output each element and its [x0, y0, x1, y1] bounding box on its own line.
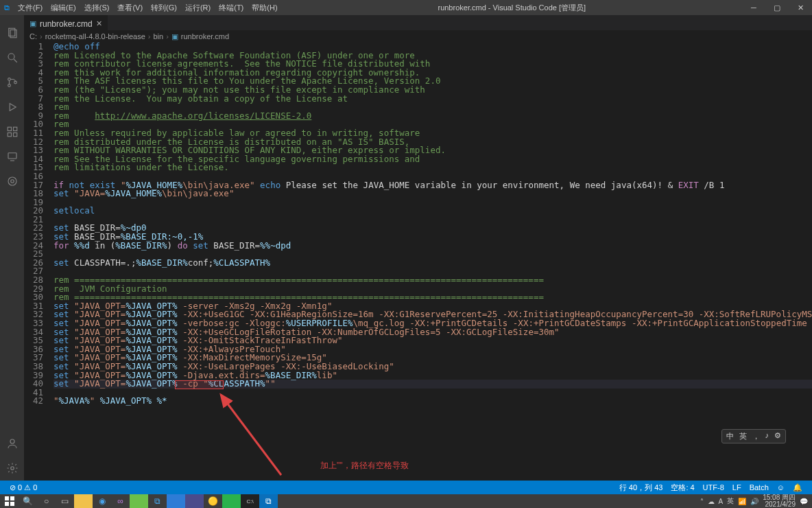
vscode-app-icon[interactable]: ⧉	[148, 494, 167, 508]
app-icon[interactable]	[185, 494, 204, 508]
svg-line-19	[221, 395, 281, 475]
svg-rect-8	[8, 127, 11, 130]
breadcrumb[interactable]: C:› rocketmq-all-4.8.0-bin-release› bin›…	[24, 30, 812, 43]
ime-item[interactable]: ♪	[765, 431, 769, 441]
breadcrumb-item[interactable]: runbroker.cmd	[181, 32, 229, 41]
tray-ime-icon[interactable]: A	[719, 498, 724, 505]
tray-network-icon[interactable]: 📶	[738, 498, 746, 505]
window-maximize-icon[interactable]: ▢	[765, 3, 789, 12]
wechat-app-icon[interactable]	[222, 494, 241, 508]
menu-terminal[interactable]: 终端(T)	[215, 3, 248, 13]
settings-gear-icon[interactable]	[0, 456, 24, 481]
svg-line-3	[14, 59, 17, 62]
svg-rect-12	[8, 153, 16, 159]
svg-rect-21	[10, 496, 14, 500]
tray-onedrive-icon[interactable]: ☁	[708, 498, 715, 505]
explorer-app-icon[interactable]	[74, 494, 93, 508]
batch-file-icon: ▣	[171, 32, 178, 41]
edge-app-icon[interactable]: ◉	[93, 494, 111, 508]
svg-point-5	[8, 84, 10, 87]
line-number-gutter: 1234567891011121314151617181920212223242…	[24, 43, 50, 481]
terminal-app-icon[interactable]: C:\	[241, 494, 259, 508]
status-language[interactable]: Batch	[745, 483, 773, 493]
menu-go[interactable]: 转到(G)	[147, 3, 181, 13]
svg-point-17	[10, 467, 14, 470]
taskbar-clock-date[interactable]: 2021/4/29	[763, 501, 796, 508]
extensions-icon[interactable]	[0, 119, 24, 144]
account-icon[interactable]	[0, 431, 24, 456]
tray-notifications-icon[interactable]: 💬	[800, 498, 808, 505]
menu-file[interactable]: 文件(F)	[14, 3, 47, 13]
breadcrumb-item[interactable]: rocketmq-all-4.8.0-bin-release	[45, 32, 145, 41]
menu-run[interactable]: 运行(R)	[181, 3, 215, 13]
svg-rect-9	[13, 127, 16, 130]
svg-rect-10	[8, 133, 11, 137]
run-debug-icon[interactable]	[0, 95, 24, 119]
ime-settings-icon[interactable]: ⚙	[774, 431, 781, 441]
source-control-icon[interactable]	[0, 70, 24, 95]
window-minimize-icon[interactable]: ─	[742, 3, 765, 12]
menu-bar: 文件(F) 编辑(E) 选择(S) 查看(V) 转到(G) 运行(R) 终端(T…	[14, 3, 282, 13]
ime-item[interactable]: 英	[739, 431, 747, 441]
visualstudio-app-icon[interactable]: ∞	[111, 494, 130, 508]
tab-runbroker[interactable]: ▣ runbroker.cmd ✕	[24, 15, 108, 30]
window-close-icon[interactable]: ✕	[789, 3, 812, 12]
vscode-app-icon-active[interactable]: ⧉	[259, 494, 278, 508]
tab-label: runbroker.cmd	[40, 19, 93, 29]
svg-point-14	[8, 177, 16, 185]
close-tab-icon[interactable]: ✕	[96, 19, 102, 28]
svg-point-15	[10, 180, 14, 183]
window-title: runbroker.cmd - Visual Studio Code [管理员]	[282, 3, 742, 13]
vscode-icon: ⧉	[0, 3, 14, 12]
explorer-icon[interactable]	[0, 21, 24, 45]
status-bar: ⊘ 0 ⚠ 0 行 40，列 43 空格: 4 UTF-8 LF Batch ☺…	[0, 481, 812, 494]
svg-rect-20	[5, 496, 9, 500]
svg-point-16	[10, 439, 14, 443]
menu-edit[interactable]: 编辑(E)	[47, 3, 80, 13]
svg-point-2	[8, 54, 14, 60]
status-notifications-icon[interactable]: 🔔	[789, 483, 807, 493]
svg-point-4	[8, 78, 10, 81]
ime-toolbar[interactable]: 中 英 ， ♪ ⚙	[721, 429, 787, 443]
windows-taskbar: 🔍 ○ ▭ ◉ ∞ ⧉ 🟡 C:\ ⧉ ˄ ☁ A 英 📶 🔊 15:08 周四…	[0, 494, 812, 508]
batch-file-icon: ▣	[29, 19, 36, 28]
tray-language-icon[interactable]: 英	[727, 496, 734, 506]
breadcrumb-item[interactable]: C:	[29, 32, 37, 41]
search-icon[interactable]	[0, 45, 24, 70]
status-feedback-icon[interactable]: ☺	[773, 483, 789, 493]
status-indentation[interactable]: 空格: 4	[667, 483, 698, 493]
svg-rect-23	[10, 502, 14, 506]
remote-icon[interactable]	[0, 144, 24, 169]
tray-volume-icon[interactable]: 🔊	[750, 498, 759, 505]
annotation-highlight	[175, 380, 224, 389]
svg-rect-22	[5, 502, 9, 506]
status-errors[interactable]: ⊘ 0 ⚠ 0	[5, 483, 41, 492]
svg-rect-11	[13, 133, 16, 137]
breadcrumb-item[interactable]: bin	[153, 32, 163, 41]
activity-bar	[0, 15, 24, 481]
annotation-text: 加上""，路径有空格导致	[320, 461, 409, 470]
chrome-app-icon[interactable]: 🟡	[204, 494, 222, 508]
status-cursor-position[interactable]: 行 40，列 43	[615, 483, 667, 493]
cortana-icon[interactable]: ○	[37, 494, 56, 508]
docker-icon[interactable]	[0, 169, 24, 194]
taskview-icon[interactable]: ▭	[56, 494, 74, 508]
start-menu-icon[interactable]	[0, 494, 19, 508]
menu-selection[interactable]: 选择(S)	[80, 3, 114, 13]
title-bar: ⧉ 文件(F) 编辑(E) 选择(S) 查看(V) 转到(G) 运行(R) 终端…	[0, 0, 812, 15]
code-editor[interactable]: 1234567891011121314151617181920212223242…	[24, 43, 812, 481]
status-eol[interactable]: LF	[728, 483, 745, 493]
menu-help[interactable]: 帮助(H)	[248, 3, 281, 13]
svg-marker-7	[10, 104, 16, 111]
ime-item[interactable]: ，	[752, 431, 760, 441]
ime-item[interactable]: 中	[726, 431, 734, 441]
tray-chevron-icon[interactable]: ˄	[700, 498, 704, 505]
code-content[interactable]: @echo offrem Licensed to the Apache Soft…	[50, 43, 812, 481]
status-encoding[interactable]: UTF-8	[699, 483, 728, 493]
menu-view[interactable]: 查看(V)	[113, 3, 147, 13]
taskbar-search-icon[interactable]: 🔍	[19, 494, 37, 508]
app-icon[interactable]	[167, 494, 185, 508]
annotation-arrow	[213, 389, 322, 478]
notepad-app-icon[interactable]	[130, 494, 148, 508]
editor-tabs: ▣ runbroker.cmd ✕ ▥ ⋯	[24, 15, 812, 30]
